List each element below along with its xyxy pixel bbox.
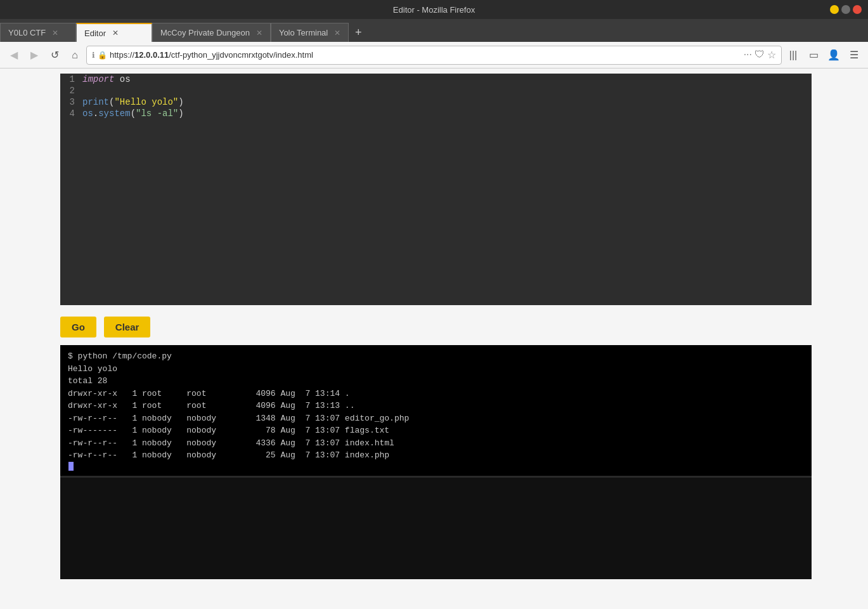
- account-icon[interactable]: 👤: [825, 46, 843, 64]
- lock-icon: ℹ: [92, 51, 95, 60]
- tab-terminal-label: Yolo Terminal: [279, 28, 328, 37]
- tab-yolo[interactable]: Y0L0 CTF ✕: [0, 23, 76, 42]
- tab-terminal-close[interactable]: ✕: [334, 29, 340, 37]
- terminal-line-1: $ python /tmp/code.py: [68, 350, 804, 363]
- page-content: 1 import os 2 3 print("Hello yolo") 4 os…: [0, 69, 868, 609]
- bookmarks-icon[interactable]: |||: [784, 46, 802, 64]
- terminal-bottom: [60, 478, 812, 579]
- tab-mccoy[interactable]: McCoy Private Dungeon ✕: [152, 23, 271, 42]
- forward-button[interactable]: ▶: [25, 46, 43, 64]
- star-icon[interactable]: ☆: [767, 49, 776, 61]
- terminal-line-7: -rw------- 1 nobody nobody 78 Aug 7 13:0…: [68, 424, 804, 437]
- new-tab-button[interactable]: +: [349, 23, 368, 42]
- toolbar: ◀ ▶ ↺ ⌂ ℹ 🔒 https://12.0.0.11/ctf-python…: [0, 42, 868, 69]
- clear-button[interactable]: Clear: [104, 317, 151, 337]
- browser-window: Editor - Mozilla Firefox Y0L0 CTF ✕ Edit…: [0, 0, 868, 609]
- title-bar: Editor - Mozilla Firefox: [0, 0, 868, 19]
- terminal-line-3: total 28: [68, 375, 804, 388]
- tab-editor-close[interactable]: ✕: [112, 29, 119, 37]
- more-icon[interactable]: ···: [744, 49, 752, 61]
- https-icon: 🔒: [98, 51, 107, 60]
- address-right-icons: ··· 🛡 ☆: [744, 49, 776, 61]
- go-button[interactable]: Go: [60, 317, 96, 337]
- tab-bar: Y0L0 CTF ✕ Editor ✕ McCoy Private Dungeo…: [0, 19, 868, 42]
- restore-button[interactable]: [841, 5, 850, 14]
- tab-editor-label: Editor: [84, 29, 106, 38]
- terminal-line-2: Hello yolo: [68, 363, 804, 376]
- close-button[interactable]: [853, 5, 862, 14]
- terminal-line-5: drwxr-xr-x 1 root root 4096 Aug 7 13:13 …: [68, 400, 804, 412]
- minimize-button[interactable]: [830, 5, 839, 14]
- tab-editor[interactable]: Editor ✕: [76, 23, 152, 42]
- reload-button[interactable]: ↺: [46, 46, 63, 64]
- terminal-cursor-line: [68, 462, 804, 471]
- terminal-line-8: -rw-r--r-- 1 nobody nobody 4336 Aug 7 13…: [68, 437, 804, 450]
- split-view-icon[interactable]: ▭: [805, 46, 822, 64]
- tab-mccoy-label: McCoy Private Dungeon: [160, 28, 250, 37]
- code-line-2: 2: [60, 85, 812, 96]
- terminal-line-4: drwxr-xr-x 1 root root 4096 Aug 7 13:14 …: [68, 388, 804, 400]
- tab-yolo-close[interactable]: ✕: [52, 29, 58, 37]
- terminal-line-9: -rw-r--r-- 1 nobody nobody 25 Aug 7 13:0…: [68, 449, 804, 462]
- terminal-line-6: -rw-r--r-- 1 nobody nobody 1348 Aug 7 13…: [68, 412, 804, 425]
- back-button[interactable]: ◀: [5, 46, 23, 64]
- terminal-top: $ python /tmp/code.py Hello yolo total 2…: [60, 345, 812, 476]
- tab-mccoy-close[interactable]: ✕: [256, 29, 262, 37]
- window-title: Editor - Mozilla Firefox: [393, 5, 475, 15]
- code-line-1: 1 import os: [60, 74, 812, 85]
- tab-yolo-label: Y0L0 CTF: [8, 28, 46, 37]
- terminal-area: $ python /tmp/code.py Hello yolo total 2…: [60, 345, 812, 579]
- tab-terminal[interactable]: Yolo Terminal ✕: [271, 23, 349, 42]
- window-controls: [830, 5, 862, 14]
- menu-icon[interactable]: ☰: [845, 46, 863, 64]
- bookmark-icon[interactable]: 🛡: [755, 49, 765, 61]
- code-line-4: 4 os.system("ls -al"): [60, 108, 812, 119]
- code-editor[interactable]: 1 import os 2 3 print("Hello yolo") 4 os…: [60, 74, 812, 305]
- toolbar-right: ||| ▭ 👤 ☰: [784, 46, 863, 64]
- code-line-3: 3 print("Hello yolo"): [60, 96, 812, 108]
- buttons-area: Go Clear: [60, 317, 150, 337]
- home-button[interactable]: ⌂: [66, 46, 84, 64]
- terminal-cursor: [68, 462, 74, 471]
- address-bar[interactable]: ℹ 🔒 https://12.0.0.11/ctf-python_yjjdvon…: [86, 46, 782, 65]
- url-display: https://12.0.0.11/ctf-python_yjjdvoncmrx…: [110, 50, 741, 60]
